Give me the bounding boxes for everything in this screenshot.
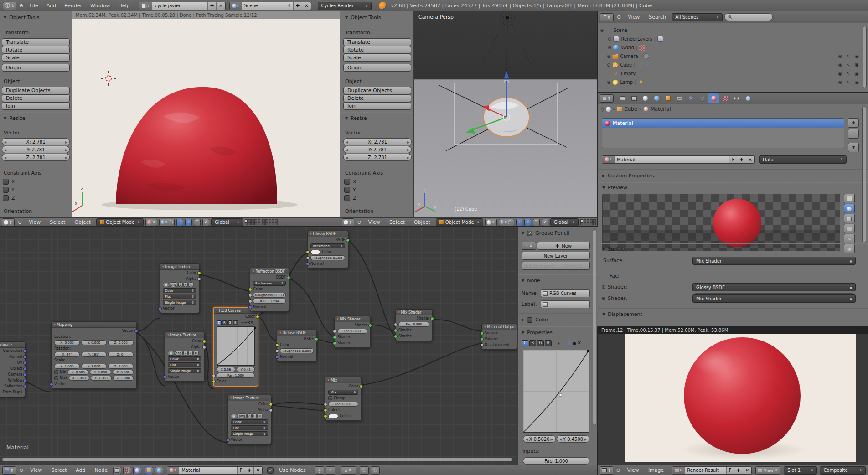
screen-layout-icon[interactable]: ⇕ (140, 2, 152, 10)
color-space-select[interactable]: Color⇕ (168, 356, 202, 361)
browse-material-icon[interactable]: ⇕ (602, 156, 614, 163)
tab-modifiers[interactable]: ⚒ (686, 93, 696, 103)
socket-color2-in[interactable] (324, 414, 327, 418)
curve-add-icon[interactable]: ＋ (556, 340, 561, 346)
fac-field[interactable]: Fac: 1.000 (217, 373, 255, 378)
channel-c-button[interactable]: C (217, 320, 222, 325)
world-icon[interactable] (155, 467, 163, 474)
panel-surface[interactable]: ▼Surface (602, 246, 627, 252)
layer-grid-1[interactable] (245, 219, 260, 225)
pin-icon[interactable]: ⟠ (315, 466, 324, 475)
panel-resize[interactable]: ▼Resize (4, 115, 25, 121)
tab-physics[interactable] (743, 93, 753, 103)
visibility-toggle[interactable]: ◉ (837, 71, 843, 76)
manipulator-axis-icon[interactable]: ✛ (176, 219, 183, 226)
origin-button[interactable]: Origin (2, 64, 70, 72)
socket-shader1-in[interactable] (394, 329, 398, 332)
display-mode-select[interactable]: View⇕ (755, 466, 780, 475)
expand-icon[interactable]: ⊕ (608, 45, 611, 50)
node-image-texture-2[interactable]: ▾Image Texture Color Alpha ▦png2F✕ Color… (165, 332, 205, 382)
resize-z-field[interactable]: ◂Z: 2.781▸ (2, 154, 70, 161)
slot-add-button[interactable]: ✚ (848, 118, 859, 128)
socket-color-out[interactable] (197, 271, 201, 275)
outliner-item-lamp[interactable]: ⊕ Lamp | ✹ ◉ ↖ ▣ (607, 78, 860, 86)
tab-particles[interactable]: ✦✦ (731, 93, 742, 103)
outliner-filter-select[interactable]: All Scenes⇕ (672, 13, 723, 21)
duplicate-objects-button[interactable]: Duplicate Objects (343, 87, 411, 94)
scene-name[interactable]: Scene4 (241, 2, 293, 10)
pin-icon[interactable]: ⟠ (601, 106, 604, 112)
mapping-min-z[interactable]: Z: 0.000 (113, 370, 134, 375)
panel-color[interactable]: ▶Color (522, 317, 548, 323)
material-slot-list[interactable]: Material (602, 118, 844, 148)
outliner-search-input[interactable]: 🔍︎ (724, 13, 773, 21)
collapse-icon[interactable]: ⊖ (16, 219, 23, 225)
socket-vector-in[interactable] (163, 375, 167, 379)
paste-icon[interactable]: ⎗ (371, 466, 380, 475)
distribution-select[interactable]: Beckmann⇕ (253, 281, 286, 286)
socket-color1-in[interactable] (324, 408, 327, 412)
socket-vector-in[interactable] (158, 307, 162, 310)
mapping-min-x[interactable]: X: 0.000 (67, 370, 88, 375)
socket-volume-in[interactable] (480, 337, 484, 341)
grease-pencil-source-select[interactable]: ✎⇕ (522, 242, 536, 250)
select-menu[interactable]: Select (47, 467, 70, 473)
socket-bsdf-out[interactable] (315, 337, 318, 341)
outliner-item-renderlayers[interactable]: ⊕ RenderLayers | (608, 35, 860, 43)
material-name-field[interactable]: Material (614, 156, 729, 163)
socket-window-out[interactable] (23, 379, 27, 382)
tab-object[interactable] (663, 93, 673, 103)
curve-tools-icon[interactable]: ⚒ (567, 340, 572, 346)
socket-color-out[interactable] (202, 340, 206, 343)
fac-field[interactable]: Fac: 0.809 (328, 402, 358, 407)
mapping-loc-y[interactable]: Y: 0.000 (81, 340, 107, 345)
collapse-icon[interactable]: ⊖ (18, 467, 25, 473)
preview-monkey-button[interactable] (844, 224, 855, 233)
new-layer-button[interactable]: New Layer (522, 252, 590, 260)
manipulator-translate-icon[interactable]: ➚ (185, 219, 192, 226)
panel-object-tools[interactable]: ▼Object Tools (345, 15, 381, 21)
fake-user-button[interactable]: F (729, 156, 737, 163)
collapse-icon[interactable]: ⊖ (356, 219, 363, 225)
socket-shader2-in[interactable] (394, 335, 398, 338)
pivot-select[interactable]: ⇕ (159, 219, 175, 226)
socket-normal-in[interactable] (275, 355, 279, 359)
node-mix-shader-1[interactable]: ▾Mix Shader Shader Fac: 0.800 Shader Sha… (334, 316, 371, 348)
node-texture-coordinate[interactable]: ▾Texture Coordinate Generated Normal UV … (0, 341, 26, 397)
editor-type-image-icon[interactable]: ⇕ (600, 466, 613, 475)
node-editor-hscrollbar[interactable] (2, 458, 512, 461)
socket-generated-out[interactable] (23, 349, 27, 353)
scale-button[interactable]: Scale (2, 54, 70, 62)
image-menu[interactable]: Image (645, 467, 667, 473)
socket-camera-out[interactable] (23, 373, 27, 377)
properties-scrollbar[interactable] (862, 106, 866, 243)
image-name[interactable]: png (170, 282, 178, 287)
color-swatch[interactable] (310, 250, 320, 254)
outliner-item-camera[interactable]: ⊕ Camera | ◉ ↖ ▣ (607, 52, 860, 60)
viewport-left[interactable]: ▼Object Tools Transform: Translate Rotat… (0, 11, 340, 227)
rendered-view[interactable]: zx Mem:62.34M, Peak:62.34M | Time:00:05.… (72, 11, 340, 217)
node-sidebar[interactable]: ▼✓Grease Pencil ✎⇕ ✚New New Layer Delete… (517, 227, 598, 465)
pivot-select[interactable]: ⇕ (499, 219, 514, 226)
unlink-button[interactable]: ✕ (257, 413, 263, 418)
browse-material-icon[interactable]: ⇕ (167, 467, 179, 474)
mapping-max-y[interactable]: Y: 1.000 (91, 376, 111, 381)
viewport-shading-select[interactable]: ⇕ (485, 219, 497, 226)
roughness-field[interactable]: Roughness: 0.000 (280, 348, 314, 353)
socket-bsdf-out[interactable] (287, 276, 290, 279)
mapping-loc-z[interactable]: Z: 0.000 (108, 340, 134, 345)
fac-field[interactable]: Fac: 0.800 (337, 329, 367, 334)
outliner-item-scene[interactable]: ⊖ Scene (600, 26, 860, 34)
constraint-z[interactable]: Z (344, 195, 356, 201)
constraint-x[interactable]: X (344, 179, 356, 185)
roughness-field[interactable]: Roughness: 0.333 (253, 293, 286, 298)
mapping-min-checkbox[interactable] (54, 370, 58, 374)
shader-tree-icon[interactable] (113, 467, 121, 474)
screen-add-button[interactable]: ✚ (207, 2, 216, 10)
node-image-texture-1[interactable]: ▾Image Texture Color Alpha ▦png2F✕ Color… (160, 263, 200, 313)
view-menu[interactable]: View (26, 467, 46, 473)
collapse-icon[interactable]: ⊖ (615, 14, 622, 20)
delete-button[interactable]: Delete (2, 94, 70, 102)
scene-close-button[interactable]: ✕ (302, 2, 310, 10)
visibility-toggle[interactable]: ◉ (837, 62, 843, 67)
